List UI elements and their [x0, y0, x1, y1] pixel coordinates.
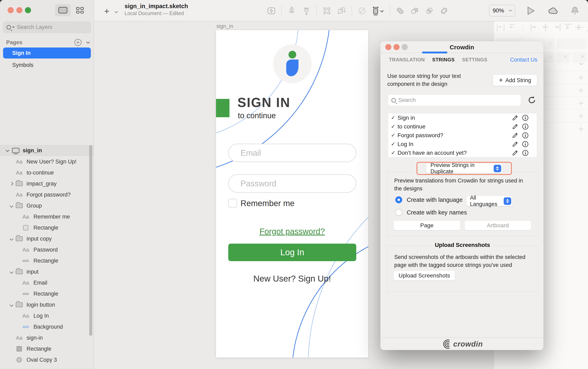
canvas-view-toggle[interactable] [55, 4, 71, 16]
layer-row[interactable]: impact_gray [0, 178, 94, 189]
artboard-button[interactable]: Artboard [465, 221, 531, 230]
password-field[interactable]: Password [228, 174, 356, 193]
string-info-icon[interactable] [522, 123, 529, 130]
layer-row[interactable]: input [0, 266, 94, 277]
flip-vertical-button[interactable]: ⧩ [572, 52, 587, 63]
layer-row[interactable]: Rectangle [0, 222, 94, 233]
add-page-button[interactable]: + [74, 39, 82, 46]
layer-row[interactable]: AaPassword [0, 244, 94, 255]
preview-strings-dropdown[interactable]: Preview Strings in Duplicate [426, 163, 503, 173]
distribute-horizontally-icon[interactable] [497, 24, 504, 31]
group-icon[interactable] [322, 6, 332, 16]
layer-row[interactable]: Background [0, 321, 94, 332]
plugin-titlebar[interactable]: Crowdin [380, 41, 544, 53]
zoom-level-dropdown[interactable]: 90% [489, 5, 515, 17]
scale-tool-icon[interactable] [372, 6, 384, 16]
forgot-password-link[interactable]: Forgot password? [216, 227, 368, 236]
layer-row[interactable]: Group [0, 200, 94, 211]
source-string-row[interactable]: ✓to continue [388, 122, 537, 131]
refresh-strings-button[interactable] [527, 95, 536, 105]
insert-menu-chevron[interactable] [115, 10, 117, 13]
align-right-icon[interactable] [553, 24, 560, 31]
remember-me-checkbox[interactable] [228, 199, 237, 208]
tab-translation[interactable]: TRANSLATION [389, 57, 425, 63]
add-style-button[interactable]: + [578, 73, 584, 83]
boolean-difference-icon[interactable] [439, 6, 449, 16]
upload-screenshots-button[interactable]: Upload Screenshots [394, 271, 455, 280]
close-button[interactable] [8, 7, 14, 13]
minimize-button[interactable] [16, 7, 22, 13]
layer-row[interactable]: Aasign-in [0, 332, 94, 343]
edit-string-icon[interactable] [512, 141, 518, 147]
zoom-window-button[interactable] [25, 7, 31, 13]
add-string-button[interactable]: + Add String [493, 75, 537, 86]
bring-forward-icon[interactable] [287, 6, 296, 16]
align-center-h-icon[interactable] [542, 24, 549, 31]
create-symbol-icon[interactable] [267, 6, 276, 16]
boolean-intersect-icon[interactable] [425, 6, 434, 16]
artboard-canvas-label[interactable]: sign_in [216, 23, 233, 29]
rotation-field[interactable]: ° [556, 39, 587, 49]
layer-row[interactable]: Rectangle [0, 255, 94, 266]
edit-shape-icon[interactable] [357, 6, 367, 16]
all-languages-dropdown[interactable]: All Languages [466, 196, 513, 206]
layer-row[interactable]: AaForgot password? [0, 189, 94, 200]
edit-string-icon[interactable] [512, 132, 518, 139]
boolean-union-icon[interactable] [395, 6, 405, 16]
source-string-row[interactable]: ✓Log In [388, 140, 537, 149]
source-string-row[interactable]: ✓Don’t have an account yet? [388, 149, 537, 157]
sidebar-page-symbols[interactable]: Symbols [3, 60, 91, 70]
string-info-icon[interactable] [522, 150, 529, 156]
contact-us-link[interactable]: Contact Us [510, 57, 537, 63]
plugin-search-input[interactable]: Search [388, 94, 521, 106]
preview-play-button[interactable] [527, 6, 535, 15]
sidebar-page-sign-in[interactable]: Sign In [3, 48, 91, 59]
layer-row[interactable]: login button [0, 299, 94, 310]
add-style-button[interactable]: + [578, 86, 584, 95]
layer-row[interactable]: Rectangle [0, 288, 94, 299]
email-field[interactable]: Email [228, 144, 356, 162]
layers-artboard-header[interactable]: sign_in [0, 145, 94, 156]
source-string-row[interactable]: ✓Forgot password? [388, 131, 537, 140]
sign-in-artboard[interactable]: SIGN IN to continue Email Password Remem… [216, 30, 368, 358]
edit-string-icon[interactable] [512, 115, 518, 121]
create-with-language-radio[interactable] [395, 196, 402, 203]
align-bottom-icon[interactable] [587, 24, 588, 31]
add-style-button[interactable]: + [578, 111, 584, 121]
align-left-icon[interactable] [531, 24, 538, 31]
source-string-row[interactable]: ✓Sign in [388, 113, 537, 122]
tab-strings[interactable]: STRINGS [432, 57, 455, 63]
string-info-icon[interactable] [522, 115, 529, 121]
distribute-vertically-icon[interactable] [508, 24, 515, 31]
add-style-button[interactable]: + [578, 124, 584, 134]
sign-up-link[interactable]: New User? Sign Up! [216, 274, 368, 284]
boolean-subtract-icon[interactable] [410, 6, 419, 16]
layer-row[interactable]: AaNew User? Sign Up! [0, 156, 94, 167]
layer-row[interactable]: AaLog In [0, 310, 94, 321]
add-style-button[interactable]: + [578, 99, 584, 108]
page-button[interactable]: Page [394, 221, 460, 230]
layer-row[interactable]: input copy [0, 233, 94, 244]
layer-row[interactable]: AaEmail [0, 277, 94, 288]
string-info-icon[interactable] [522, 141, 529, 147]
search-layers-input[interactable]: Search Layers [3, 21, 91, 33]
ungroup-icon[interactable] [337, 6, 346, 16]
create-with-key-names-radio[interactable] [395, 209, 402, 216]
edit-string-icon[interactable] [512, 150, 518, 156]
flip-horizontal-button[interactable]: ⧨ [556, 52, 570, 63]
log-in-button[interactable]: Log In [228, 244, 356, 261]
collapse-pages-icon[interactable] [86, 40, 90, 44]
align-top-icon[interactable] [564, 24, 572, 31]
more-distribute-icon[interactable] [519, 24, 527, 31]
collapse-section-icon[interactable] [580, 62, 583, 65]
edit-string-icon[interactable] [512, 123, 518, 130]
send-backward-icon[interactable] [302, 6, 311, 16]
string-info-icon[interactable] [522, 132, 529, 139]
layer-row[interactable]: Oval Copy 3 [0, 354, 94, 365]
grid-view-toggle[interactable] [73, 4, 87, 16]
layer-row[interactable]: AaRemember me [0, 211, 94, 222]
notifications-bell-button[interactable] [571, 6, 579, 15]
align-middle-v-icon[interactable] [576, 24, 583, 31]
layer-row[interactable]: Aato-continue [0, 167, 94, 178]
insert-button[interactable]: + [104, 6, 109, 16]
